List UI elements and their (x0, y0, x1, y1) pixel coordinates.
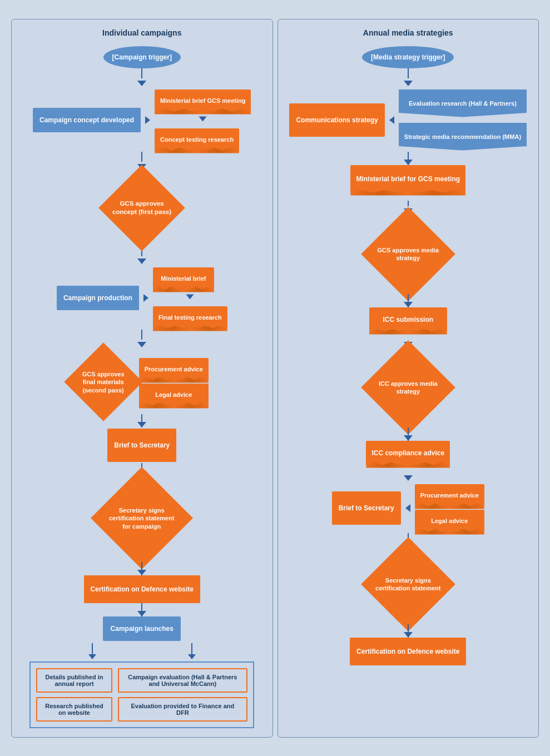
rarrowhead2 (404, 160, 413, 165)
ba-head-l (88, 654, 96, 659)
bottom-left-col: Details published in annual report Resea… (36, 668, 112, 722)
rarrowhead9 (404, 632, 413, 638)
arrowhead4 (137, 342, 146, 347)
procurement-right: Procurement advice (415, 484, 484, 506)
right-title: Annual media strategies (363, 28, 453, 37)
bottom-box: Details published in annual report Resea… (29, 662, 254, 728)
media-trigger-item: [Media strategy trigger] (284, 46, 533, 68)
brief-secretary-right-row: Brief to Secretary Procurement advice Le… (284, 484, 533, 532)
ba-line-l (92, 643, 93, 654)
legal-advice: Legal advice (139, 384, 209, 406)
rarrow2-container (284, 152, 533, 165)
gcs-first-item: GCS approves concept (first pass) (17, 172, 267, 244)
comms-side-items: Evaluation research (Hall & Partners) St… (399, 89, 527, 151)
secretary-signs: Secretary signs certification statement … (91, 467, 193, 569)
rarrow1 (408, 68, 409, 78)
gcs-approves-item: GCS approves media strategy (284, 216, 533, 292)
icc-compliance-item: ICC compliance advice (284, 441, 533, 465)
procurement-advice: Procurement advice (139, 358, 209, 380)
arrow-prod-side (143, 294, 148, 302)
arrow-brief-right (405, 504, 410, 512)
arrow1 (141, 68, 142, 78)
brief-side-items: Procurement advice Legal advice (415, 484, 484, 532)
campaign-launches-item: Campaign launches (17, 616, 267, 641)
strategic-media: Strategic media recommendation (MMA) (399, 123, 527, 151)
campaign-launches: Campaign launches (103, 616, 181, 641)
research-published: Research published on website (36, 697, 112, 722)
icc-compliance: ICC compliance advice (366, 441, 450, 465)
arrow5-container (17, 414, 267, 427)
secretary-signs-right-item: Secretary signs certification statement (284, 546, 533, 622)
campaign-trigger: [Campaign trigger] (103, 46, 181, 68)
page-container: Individual campaigns [Campaign trigger] … (11, 19, 539, 738)
icc-submission-item: ICC submission (284, 307, 533, 332)
certification-left: Certification on Defence website (84, 575, 200, 603)
concept-side-items: Ministerial brief GCS meeting Concept te… (155, 89, 251, 151)
ba-head-r (188, 654, 196, 659)
certification-right-item: Certification on Defence website (284, 638, 533, 665)
min-brief-right-item: Ministerial brief for GCS meeting (284, 165, 533, 193)
secretary-signs-item: Secretary signs certification statement … (17, 476, 267, 560)
production-side-items: Ministerial brief Final testing research (153, 267, 227, 329)
comms-strategy: Communications strategy (289, 103, 384, 137)
arrow-comms-side (389, 116, 394, 124)
campaign-trigger-item: [Campaign trigger] (17, 46, 267, 68)
gcs-approves: GCS approves media strategy (361, 207, 455, 301)
right-column: Annual media strategies [Media strategy … (278, 19, 539, 738)
bottom-arrows (42, 643, 242, 659)
bottom-right-col: Campaign evaluation (Hall & Partners and… (118, 668, 247, 722)
rarrow3b (408, 201, 409, 206)
bottom-arrow-right (188, 643, 196, 659)
bottom-arrow-left (88, 643, 96, 659)
certification-right: Certification on Defence website (350, 638, 466, 665)
ministerial-brief-2: Ministerial brief (153, 267, 214, 290)
arrow4 (141, 330, 142, 340)
gcs-final-row: GCS approves final materials (second pas… (17, 351, 267, 413)
final-testing: Final testing research (153, 306, 227, 329)
arrowhead1 (137, 81, 146, 86)
arrow7-container (17, 562, 267, 575)
rarrowhead1 (404, 81, 413, 86)
arrow-side1 (199, 116, 207, 121)
brief-secretary-right: Brief to Secretary (332, 491, 401, 525)
rarrow9-container (284, 624, 533, 638)
rarrowhead7 (404, 475, 413, 481)
gcs-final: GCS approves final materials (second pas… (64, 342, 142, 421)
icc-approves-item: ICC approves media strategy (284, 350, 533, 425)
icc-submission: ICC submission (369, 307, 447, 332)
campaign-concept: Campaign concept developed (33, 108, 141, 132)
campaign-production: Campaign production (57, 286, 139, 310)
left-column: Individual campaigns [Campaign trigger] … (11, 19, 273, 738)
ba-line-r (191, 643, 192, 654)
brief-secretary-row: Brief to Secretary (17, 429, 267, 462)
right-flow: [Media strategy trigger] Communications … (284, 46, 533, 665)
concept-row: Campaign concept developed Ministerial b… (17, 89, 267, 151)
arrowhead8 (137, 611, 146, 616)
arrowhead5 (137, 422, 146, 427)
arrow8-container (17, 603, 267, 616)
eval-provided: Evaluation provided to Finance and DFR (118, 697, 247, 722)
rarrowhead6 (404, 435, 413, 441)
secretary-signs-right: Secretary signs certification statement (361, 537, 455, 631)
ministerial-brief-right: Ministerial brief for GCS meeting (350, 165, 465, 193)
eval-research: Evaluation research (Hall & Partners) (399, 89, 527, 117)
comms-row: Communications strategy Evaluation resea… (284, 89, 533, 151)
legal-right: Legal advice (415, 510, 484, 532)
rarrow4-container (284, 294, 533, 307)
production-row: Campaign production Ministerial brief Fi… (17, 267, 267, 329)
arrow2 (141, 152, 142, 162)
arrowhead3 (137, 258, 146, 264)
brief-secretary-left: Brief to Secretary (107, 429, 176, 462)
left-flow: [Campaign trigger] Campaign concept deve… (17, 46, 267, 728)
ministerial-brief-1: Ministerial brief GCS meeting (155, 89, 251, 112)
media-trigger: [Media strategy trigger] (362, 46, 454, 68)
details-published: Details published in annual report (36, 668, 112, 693)
arrow-concept-side (145, 116, 150, 124)
gcs-side-items: Procurement advice Legal advice (139, 358, 209, 406)
bottom-box-inner: Details published in annual report Resea… (36, 668, 247, 722)
icc-approves: ICC approves media strategy (361, 340, 455, 435)
certification-left-item: Certification on Defence website (17, 575, 267, 603)
gcs-first: GCS approves concept (first pass) (98, 165, 185, 251)
rarrow6-container (284, 427, 533, 441)
concept-testing: Concept testing research (155, 128, 239, 151)
